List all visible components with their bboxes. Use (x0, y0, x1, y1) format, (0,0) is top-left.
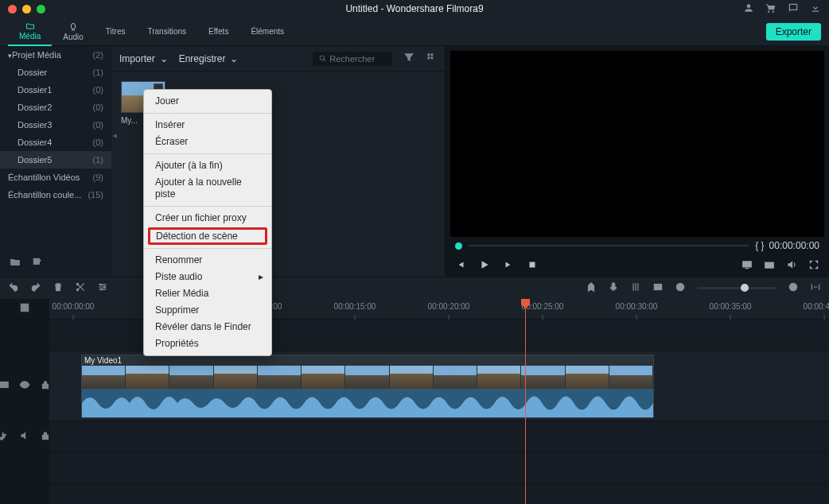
grid-view-icon[interactable] (426, 52, 437, 65)
svg-rect-21 (0, 382, 8, 388)
next-frame-button[interactable] (503, 259, 514, 273)
clip-video-thumbs (82, 366, 653, 390)
track-manager-icon[interactable] (19, 302, 30, 316)
save-dropdown[interactable]: Enregistrer⌄ (179, 53, 239, 64)
message-icon[interactable] (788, 2, 799, 16)
svg-rect-5 (530, 262, 535, 267)
cm-creer-proxy[interactable]: Créer un fichier proxy (144, 210, 271, 227)
delete-icon[interactable] (53, 281, 64, 295)
marker-icon[interactable] (586, 281, 597, 295)
track-header-empty2 (0, 453, 49, 485)
cart-icon[interactable] (765, 2, 776, 16)
titlebar-actions (743, 2, 821, 16)
preview-scrubber[interactable]: { } 00:00:00:00 (446, 237, 829, 254)
svg-rect-4 (430, 56, 433, 59)
undo-icon[interactable] (8, 281, 19, 295)
timeline-clip[interactable]: My Video1 (81, 355, 654, 418)
prev-frame-button[interactable] (455, 259, 466, 273)
clip-context-menu: Jouer Insérer Écraser Ajouter (à la fin)… (143, 89, 272, 356)
screen-cast-icon[interactable] (741, 259, 753, 273)
fit-zoom-icon[interactable] (810, 281, 821, 295)
tab-audio[interactable]: Audio (52, 17, 95, 46)
sidebar-folder-4[interactable]: Dossier4(0) (0, 134, 111, 151)
audio-track-icon[interactable] (0, 430, 10, 444)
video-track-icon[interactable] (0, 379, 10, 393)
ruler-tick: 00:00:15:00 (334, 302, 376, 311)
redo-icon[interactable] (30, 281, 41, 295)
search-input[interactable] (329, 54, 386, 64)
timecode-value: 00:00:00:00 (769, 240, 819, 251)
zoom-slider-knob[interactable] (741, 284, 749, 292)
snapshot-icon[interactable] (764, 259, 775, 273)
fullscreen-icon[interactable] (808, 259, 819, 273)
svg-point-10 (76, 289, 78, 290)
svg-point-12 (103, 286, 105, 288)
split-icon[interactable] (75, 281, 86, 295)
timeline: 00:00:00:00 00:00:05:00 00:00:10:00 00:0… (0, 299, 829, 504)
new-folder-icon[interactable] (10, 257, 21, 270)
timeline-playhead[interactable] (525, 299, 526, 504)
svg-rect-2 (430, 53, 433, 56)
record-icon[interactable] (608, 281, 619, 295)
track-header-audio (0, 421, 49, 453)
mixer-icon[interactable] (630, 281, 641, 295)
cm-jouer[interactable]: Jouer (144, 93, 271, 110)
mute-icon[interactable] (19, 430, 30, 444)
sidebar-folder-5[interactable]: Dossier5(1) (0, 151, 111, 169)
tab-titres[interactable]: Titres (95, 17, 137, 46)
account-icon[interactable] (743, 2, 754, 16)
scrub-playhead[interactable] (455, 242, 462, 250)
sidebar-root-project[interactable]: ▾Projet Média (2) (0, 46, 111, 64)
cm-ajouter-piste[interactable]: Ajouter à la nouvelle piste (144, 174, 271, 203)
track-row-audio[interactable] (49, 421, 829, 453)
svg-rect-19 (25, 304, 29, 307)
visibility-icon[interactable] (19, 379, 30, 393)
new-item-icon[interactable] (32, 257, 43, 270)
tab-effets[interactable]: Effets (197, 17, 239, 46)
cm-detection[interactable]: Détection de scène (156, 231, 259, 242)
stop-button[interactable] (527, 259, 538, 273)
project-sidebar: ▾Projet Média (2) Dossier(1) Dossier1(0)… (0, 46, 111, 277)
search-icon (319, 54, 326, 63)
cm-proprietes[interactable]: Propriétés (144, 335, 271, 352)
preview-video[interactable] (450, 51, 824, 237)
track-row-empty2[interactable] (49, 453, 829, 485)
sidebar-folder-3[interactable]: Dossier3(0) (0, 116, 111, 134)
ratio-icon[interactable] (652, 281, 664, 295)
cm-piste-audio[interactable]: Piste audio▸ (144, 269, 271, 285)
tab-media[interactable]: Média (8, 17, 52, 46)
volume-icon[interactable] (786, 259, 797, 273)
cm-ecraser[interactable]: Écraser (144, 134, 271, 150)
zoom-in-icon[interactable] (788, 281, 799, 295)
cm-supprimer[interactable]: Supprimer (144, 302, 271, 319)
cm-ajouter-fin[interactable]: Ajouter (à la fin) (144, 157, 271, 174)
sidebar-folder-0[interactable]: Dossier(1) (0, 64, 111, 81)
tab-elements[interactable]: Éléments (239, 17, 295, 46)
svg-rect-6 (743, 261, 752, 266)
submenu-arrow-icon: ▸ (259, 271, 263, 283)
track-row-video[interactable]: My Video1 (49, 351, 829, 421)
play-button[interactable] (479, 259, 490, 273)
search-input-wrap[interactable] (313, 52, 392, 66)
scrub-track[interactable] (469, 245, 749, 246)
adjust-icon[interactable] (97, 281, 108, 295)
export-button[interactable]: Exporter (766, 23, 821, 41)
cm-renommer[interactable]: Renommer (144, 252, 271, 269)
track-header-empty (0, 320, 49, 351)
filter-icon[interactable] (403, 52, 414, 65)
zoom-slider[interactable] (697, 287, 776, 289)
cm-inserer[interactable]: Insérer (144, 117, 271, 134)
cm-reveler[interactable]: Révéler dans le Finder (144, 319, 271, 335)
download-icon[interactable] (810, 2, 821, 16)
import-dropdown[interactable]: Importer⌄ (119, 53, 168, 64)
sidebar-samples-video[interactable]: Échantillon Vidéos(9) (0, 169, 111, 186)
sidebar-samples-color[interactable]: Échantillon coule...(15) (0, 186, 111, 204)
sidebar-folder-1[interactable]: Dossier1(0) (0, 81, 111, 99)
panel-resize-handle[interactable]: ◂ (111, 127, 118, 143)
cm-relier[interactable]: Relier Média (144, 285, 271, 302)
sidebar-folder-2[interactable]: Dossier2(0) (0, 99, 111, 116)
timeline-clip-label: My Video1 (84, 356, 122, 365)
preview-panel: { } 00:00:00:00 (446, 46, 829, 277)
tab-transitions[interactable]: Transitions (136, 17, 197, 46)
zoom-out-icon[interactable] (675, 281, 686, 295)
